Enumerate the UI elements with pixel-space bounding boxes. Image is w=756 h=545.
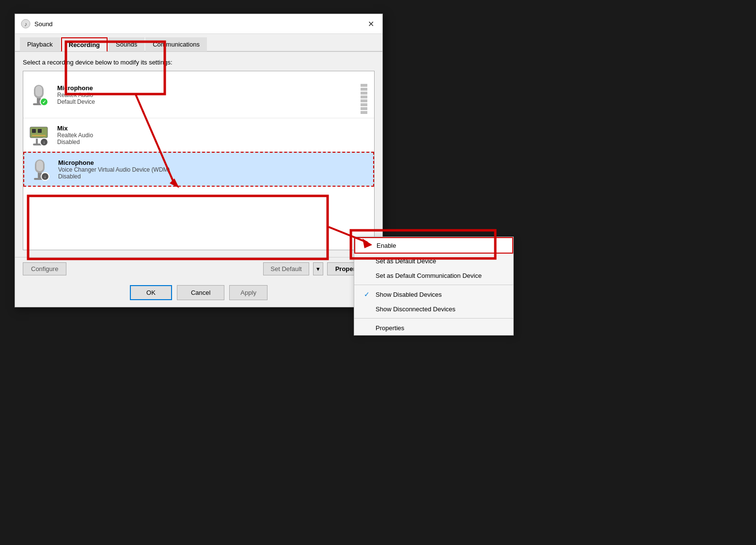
ctx-set-default[interactable]: Set as Default Device bbox=[354, 254, 513, 268]
svg-rect-7 bbox=[32, 129, 36, 133]
device-info-mix: Mix Realtek Audio Disabled bbox=[57, 125, 369, 145]
level-bar-3 bbox=[361, 103, 367, 106]
level-bar-2 bbox=[361, 107, 367, 110]
tab-bar: Playback Recording Sounds Communications bbox=[15, 34, 382, 52]
microphone-default-icon: ✓ bbox=[28, 82, 51, 107]
device-list[interactable]: ✓ Microphone Realtek Audio Default Devic… bbox=[23, 71, 375, 250]
ctx-separator-1 bbox=[354, 285, 513, 285]
tab-sounds[interactable]: Sounds bbox=[109, 37, 144, 51]
svg-rect-15 bbox=[36, 160, 43, 171]
configure-button[interactable]: Configure bbox=[23, 262, 66, 275]
ctx-set-default-check bbox=[364, 257, 372, 265]
sound-dialog: ♪ Sound ✕ Playback Recording Sounds Comm… bbox=[15, 14, 383, 307]
ctx-set-default-comm[interactable]: Set as Default Communication Device bbox=[354, 268, 513, 283]
ctx-enable-label: Enable bbox=[377, 242, 396, 249]
ok-button[interactable]: OK bbox=[130, 285, 172, 300]
ctx-enable[interactable]: Enable bbox=[354, 237, 513, 254]
ctx-properties[interactable]: Properties bbox=[354, 321, 513, 335]
device-status-vc: Disabled bbox=[58, 173, 368, 180]
ctx-enable-check bbox=[365, 241, 373, 249]
device-item-microphone-default[interactable]: ✓ Microphone Realtek Audio Default Devic… bbox=[23, 71, 374, 118]
device-name-vc: Microphone bbox=[58, 159, 368, 166]
tab-recording[interactable]: Recording bbox=[61, 37, 108, 51]
ctx-properties-check bbox=[364, 324, 372, 332]
device-driver: Realtek Audio bbox=[57, 92, 361, 98]
level-bar-6 bbox=[361, 92, 367, 95]
ctx-show-disconnected[interactable]: Show Disconnected Devices bbox=[354, 302, 513, 316]
ctx-set-default-comm-label: Set as Default Communication Device bbox=[376, 272, 482, 279]
device-status: Default Device bbox=[57, 98, 361, 105]
cancel-button[interactable]: Cancel bbox=[177, 285, 224, 300]
set-default-dropdown-button[interactable]: ▾ bbox=[313, 262, 323, 275]
ctx-show-disabled[interactable]: ✓ Show Disabled Devices bbox=[354, 287, 513, 302]
title-bar: ♪ Sound ✕ bbox=[15, 14, 382, 34]
level-bar-5 bbox=[361, 96, 367, 98]
tab-communications[interactable]: Communications bbox=[145, 37, 207, 51]
main-button-row: OK Cancel Apply bbox=[15, 280, 382, 307]
ctx-set-default-label: Set as Default Device bbox=[376, 257, 436, 265]
device-info-microphone-default: Microphone Realtek Audio Default Device bbox=[57, 84, 361, 105]
device-name: Microphone bbox=[57, 84, 361, 92]
apply-button[interactable]: Apply bbox=[229, 285, 268, 300]
level-bar-1 bbox=[361, 111, 367, 114]
svg-rect-9 bbox=[32, 135, 46, 136]
device-name-mix: Mix bbox=[57, 125, 369, 132]
context-menu: Enable Set as Default Device Set as Defa… bbox=[354, 237, 514, 336]
device-item-voicechanger[interactable]: ↓ Microphone Voice Changer Virtual Audio… bbox=[23, 152, 374, 187]
sound-icon: ♪ bbox=[21, 19, 31, 29]
ctx-show-disabled-label: Show Disabled Devices bbox=[376, 291, 442, 298]
level-bar-7 bbox=[361, 88, 367, 91]
ctx-show-disconnected-check bbox=[364, 305, 372, 313]
level-bar-4 bbox=[361, 99, 367, 102]
voicechanger-icon: ↓ bbox=[29, 157, 52, 182]
level-meter bbox=[361, 75, 369, 114]
svg-rect-5 bbox=[35, 86, 42, 96]
title-bar-left: ♪ Sound bbox=[21, 19, 53, 29]
dialog-content: Select a recording device below to modif… bbox=[15, 52, 382, 257]
tab-playback[interactable]: Playback bbox=[20, 37, 60, 51]
svg-rect-8 bbox=[38, 129, 42, 133]
device-driver-mix: Realtek Audio bbox=[57, 132, 369, 139]
ctx-separator-2 bbox=[354, 318, 513, 319]
level-bar-8 bbox=[361, 84, 367, 87]
svg-rect-10 bbox=[36, 139, 38, 144]
device-driver-vc: Voice Changer Virtual Audio Device (WDM) bbox=[58, 166, 368, 173]
ctx-show-disconnected-label: Show Disconnected Devices bbox=[376, 305, 456, 313]
ctx-show-disabled-check: ✓ bbox=[364, 290, 372, 298]
device-info-voicechanger: Microphone Voice Changer Virtual Audio D… bbox=[58, 159, 368, 180]
ctx-set-default-comm-check bbox=[364, 272, 372, 279]
mix-icon: ↓ bbox=[28, 122, 51, 147]
default-check-icon: ✓ bbox=[40, 97, 48, 106]
device-item-mix[interactable]: ↓ Mix Realtek Audio Disabled bbox=[23, 118, 374, 152]
device-status-mix: Disabled bbox=[57, 139, 369, 145]
dialog-title: Sound bbox=[34, 20, 53, 28]
set-default-button[interactable]: Set Default bbox=[263, 262, 309, 275]
svg-text:♪: ♪ bbox=[24, 21, 27, 28]
device-buttons: Configure Set Default ▾ Properties bbox=[15, 257, 382, 280]
disabled-icon-mix: ↓ bbox=[40, 138, 48, 146]
close-button[interactable]: ✕ bbox=[365, 18, 377, 30]
ctx-properties-label: Properties bbox=[376, 324, 404, 332]
instruction-text: Select a recording device below to modif… bbox=[23, 59, 375, 66]
disabled-icon-vc: ↓ bbox=[41, 172, 49, 181]
